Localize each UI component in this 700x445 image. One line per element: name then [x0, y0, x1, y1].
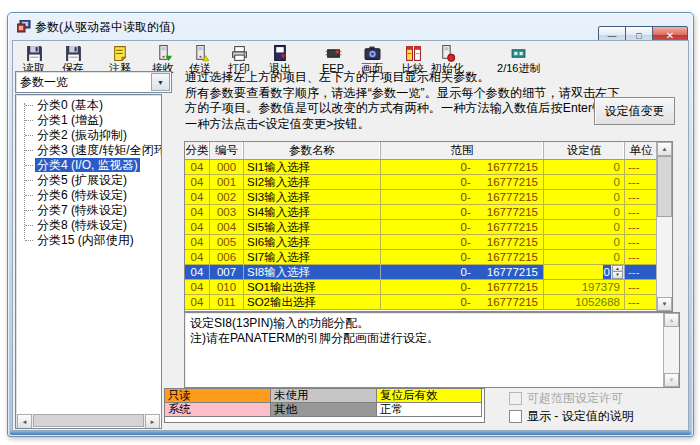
instruction-line: 方的子项目。参数值是可以改变的方式有两种。一种方法输入数值后按Enter键。另: [185, 101, 597, 117]
tree-list: 分类0 (基本) 分类1 (增益) 分类2 (振动抑制) 分类3 (速度/转矩/…: [16, 98, 161, 248]
receive-button[interactable]: 接收: [150, 43, 176, 74]
send-icon: [192, 45, 209, 62]
change-value-button[interactable]: 设定值变更: [594, 97, 675, 125]
binary-hex-icon: [510, 45, 527, 62]
eeprom-chip-icon: [325, 45, 342, 62]
legend-cell: 复位后有效: [377, 389, 482, 403]
note-icon: [112, 45, 129, 62]
scroll-down-icon[interactable]: ▼: [664, 373, 679, 387]
column-header-category[interactable]: 分类: [185, 142, 210, 159]
scroll-up-icon[interactable]: ▲: [657, 142, 672, 156]
parameter-view-dropdown[interactable]: 参数一览 ▼: [15, 71, 172, 93]
description-scrollbar[interactable]: ▲ ▼: [663, 313, 679, 387]
compare-icon: [405, 45, 422, 62]
tree-item[interactable]: 分类3 (速度/转矩/全闭环): [16, 143, 161, 158]
table-row[interactable]: 04 007 SI8输入选择 0-16777215 0▲▼ ---: [185, 265, 672, 280]
initialize-icon: [439, 45, 456, 62]
client-area: 读取 保存 注释 接收 传送 打印: [12, 40, 689, 431]
parameter-description: 设定SI8(13PIN)输入的功能分配。注)请在PANATERM的引脚分配画面进…: [184, 312, 680, 388]
column-header-number[interactable]: 编号: [210, 142, 244, 159]
scrollbar-thumb[interactable]: [657, 156, 672, 217]
status-legend: 只读 未使用 复位后有效 系统 其他 正常: [164, 388, 485, 423]
tree-horizontal-scrollbar[interactable]: ◄ ►: [17, 414, 160, 427]
tree-item[interactable]: 分类0 (基本): [16, 98, 161, 113]
floppy-read-icon: [26, 45, 43, 62]
legend-label: 未使用: [274, 389, 309, 401]
table-row[interactable]: 04 005 SI6输入选择 0-16777215 0▲▼ ---: [185, 235, 672, 250]
table-row[interactable]: 04 001 SI2输入选择 0-16777215 0▲▼ ---: [185, 175, 672, 190]
exit-icon: [272, 45, 289, 62]
printer-icon: [231, 45, 248, 62]
description-text: 设定SI8(13PIN)输入的功能分配。注)请在PANATERM的引脚分配画面进…: [190, 316, 661, 346]
scroll-down-icon[interactable]: ▼: [657, 297, 672, 311]
table-row[interactable]: 04 000 SI1输入选择 0-16777215 0▲▼ ---: [185, 160, 672, 175]
read-button[interactable]: 读取: [21, 43, 47, 74]
scroll-up-icon[interactable]: ▲: [664, 313, 679, 327]
column-header-name[interactable]: 参数名称: [244, 142, 381, 159]
title-bar[interactable]: 参数(从驱动器中读取的值) — □ ✕: [8, 13, 693, 40]
instruction-line: 通过选择左上方的项目、左下方的子项目显示相关参数。: [185, 70, 597, 86]
comment-button[interactable]: 注释: [107, 43, 133, 74]
window-title: 参数(从驱动器中读取的值): [35, 19, 175, 36]
save-button[interactable]: 保存: [60, 43, 86, 74]
parameter-table: 分类 编号 参数名称 范围 设定值 单位 04 000 SI1输入选择 0-16…: [184, 141, 673, 312]
table-row[interactable]: 04 010 SO1输出选择 0-16777215 197379▲▼ ---: [185, 280, 672, 295]
table-body: 04 000 SI1输入选择 0-16777215 0▲▼ --- 04 001…: [185, 160, 672, 310]
tree-item[interactable]: 分类5 (扩展设定): [16, 173, 161, 188]
dropdown-value: 参数一览: [16, 74, 151, 91]
tree-item[interactable]: 分类6 (特殊设定): [16, 188, 161, 203]
legend-label: 其他: [274, 403, 297, 415]
instruction-line: 所有参数要查看数字顺序，请选择“参数一览”。显示每个参数的细节，请双击左下: [185, 86, 597, 102]
allow-out-of-range-checkbox-row: 可超范围设定许可: [509, 390, 623, 407]
checkbox-label: 显示 - 设定值的说明: [527, 408, 634, 425]
scroll-left-icon[interactable]: ◄: [17, 414, 32, 429]
checkbox-icon: [509, 392, 522, 405]
table-row[interactable]: 04 002 SI3输入选择 0-16777215 0▲▼ ---: [185, 190, 672, 205]
receive-icon: [155, 45, 172, 62]
legend-cell: 其他: [271, 403, 377, 417]
table-vertical-scrollbar[interactable]: ▲ ▼: [656, 142, 672, 311]
tree-item[interactable]: 分类2 (振动抑制): [16, 128, 161, 143]
value-spinner[interactable]: ▲▼: [612, 266, 623, 279]
category-tree: 分类0 (基本) 分类1 (增益) 分类2 (振动抑制) 分类3 (速度/转矩/…: [15, 94, 162, 429]
column-header-range[interactable]: 范围: [381, 142, 544, 159]
tree-item[interactable]: 分类4 (I/O, 监视器): [16, 158, 161, 173]
table-row[interactable]: 04 011 SO2输出选择 0-16777215 1052688▲▼ ---: [185, 295, 672, 310]
column-header-unit[interactable]: 单位: [625, 142, 658, 159]
legend-cell: 正常: [377, 403, 482, 417]
legend-label: 复位后有效: [380, 389, 438, 401]
legend-cell: 系统: [165, 403, 271, 417]
tree-item[interactable]: 分类1 (增益): [16, 113, 161, 128]
instruction-text: 通过选择左上方的项目、左下方的子项目显示相关参数。所有参数要查看数字顺序，请选择…: [185, 70, 597, 132]
checkbox-icon[interactable]: [509, 410, 522, 423]
scrollbar-thumb[interactable]: [33, 414, 144, 427]
chevron-down-icon[interactable]: ▼: [151, 73, 170, 91]
description-line: 设定SI8(13PIN)输入的功能分配。: [190, 316, 661, 331]
legend-cell: 未使用: [271, 389, 377, 403]
table-row[interactable]: 04 006 SI7输入选择 0-16777215 0▲▼ ---: [185, 250, 672, 265]
show-value-description-checkbox-row[interactable]: 显示 - 设定值的说明: [509, 408, 634, 425]
floppy-save-icon: [65, 45, 82, 62]
table-header: 分类 编号 参数名称 范围 设定值 单位: [185, 142, 672, 160]
scroll-right-icon[interactable]: ►: [145, 414, 160, 429]
legend-label: 系统: [168, 403, 191, 415]
legend-label: 只读: [168, 389, 191, 401]
tree-item[interactable]: 分类8 (特殊设定): [16, 218, 161, 233]
checkbox-label: 可超范围设定许可: [527, 390, 623, 407]
tree-item[interactable]: 分类7 (特殊设定): [16, 203, 161, 218]
legend-cell: 只读: [165, 389, 271, 403]
parameters-window: 参数(从驱动器中读取的值) — □ ✕ 读取 保存 注释 接收: [7, 12, 694, 437]
description-line: 注)请在PANATERM的引脚分配画面进行设定。: [190, 331, 661, 346]
app-icon: [17, 20, 31, 33]
camera-icon: [364, 45, 381, 62]
tree-item[interactable]: 分类15 (内部使用): [16, 233, 161, 248]
legend-label: 正常: [380, 403, 403, 415]
table-row[interactable]: 04 003 SI4输入选择 0-16777215 0▲▼ ---: [185, 205, 672, 220]
column-header-value[interactable]: 设定值: [544, 142, 625, 159]
table-row[interactable]: 04 004 SI5输入选择 0-16777215 0▲▼ ---: [185, 220, 672, 235]
spin-down-icon[interactable]: ▼: [612, 271, 623, 279]
instruction-line: 一种方法点击<设定值变更>按钮。: [185, 117, 597, 133]
